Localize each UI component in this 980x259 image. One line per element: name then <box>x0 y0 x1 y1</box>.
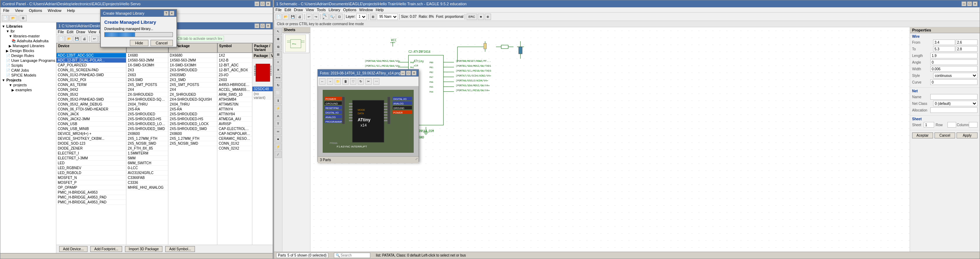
list-item[interactable]: MHRE_HH2_ANALOG <box>126 185 168 190</box>
list-item[interactable]: 2X5-RA <box>169 107 217 112</box>
wire-style-dropdown[interactable]: continuous <box>933 73 978 78</box>
list-item[interactable]: 2X5-SHROUDED_LOCK <box>169 122 217 126</box>
maximize-button[interactable]: □ <box>260 2 265 6</box>
list-item[interactable]: ACCEL_MMA8551962 <box>217 87 252 92</box>
list-item[interactable]: ELECTRET_I-3MM <box>56 156 126 161</box>
apply-button[interactable]: Apply <box>956 133 978 138</box>
tool-group[interactable]: ⬜ <box>275 90 282 96</box>
list-item[interactable]: A4953-HBRIDGE-MOTOR-D... <box>217 82 252 87</box>
lib-menu-view[interactable]: View <box>88 30 96 34</box>
list-item[interactable]: CONN_06_FTDI-SMD-HEADER <box>56 107 126 112</box>
list-item[interactable]: 2X4 <box>169 87 217 92</box>
list-item[interactable]: 2X5-RA <box>126 107 168 112</box>
photo-more-btn[interactable]: ⋯ <box>373 78 379 85</box>
photo-forward-btn[interactable]: → <box>327 78 333 85</box>
list-item[interactable]: 2X4-SHROUDED-SQUISH <box>126 97 168 102</box>
list-item[interactable]: CONN_02X2 <box>217 146 252 151</box>
sch-menu-window[interactable]: Window <box>359 8 373 12</box>
list-item[interactable]: 2X5-SHROUDED-HS <box>126 117 168 122</box>
sch-search-input[interactable] <box>340 253 369 257</box>
wire-from-x[interactable] <box>933 39 955 45</box>
photo-refresh-btn[interactable]: ↻ <box>358 78 364 85</box>
import-3d-package-button[interactable]: Import 3D Package <box>125 246 163 252</box>
list-item[interactable]: 2X63SMD <box>169 73 217 77</box>
list-item[interactable]: LED <box>56 161 126 166</box>
list-item[interactable]: PMIC_H-BRIDGE_A4953_PAD <box>56 200 126 205</box>
list-item[interactable]: LED_RGBNEV <box>56 166 126 171</box>
sch-redo-btn[interactable]: ↪ <box>313 14 319 20</box>
tool-rotate[interactable]: ↻ <box>275 82 282 89</box>
sch-net-btn[interactable]: ⊕ <box>485 14 491 20</box>
list-item[interactable]: 2X_SHROUDED <box>169 92 217 97</box>
sch-new-btn[interactable]: 📄 <box>275 14 282 20</box>
list-item[interactable]: 12-BIT_ADC_BOX <box>217 68 252 73</box>
photo-back-btn[interactable]: ← <box>319 78 326 85</box>
wire-to-y[interactable] <box>956 46 978 52</box>
list-item[interactable]: 6MM_SWITCH <box>126 161 168 166</box>
tool-bus[interactable]: ═ <box>275 128 282 135</box>
list-item[interactable]: 2X4 <box>126 87 168 92</box>
tree-design-rules[interactable]: 📄Design Rules <box>0 53 56 58</box>
wire-length-input[interactable] <box>930 53 978 58</box>
sch-minimize[interactable]: ─ <box>961 2 966 6</box>
list-item[interactable]: CONN_01_SCREEN-PAD <box>56 68 126 73</box>
sch-zoom-fit-btn[interactable]: ⊡ <box>336 14 343 20</box>
list-item[interactable]: CAP_POLARIZED <box>56 63 126 68</box>
tool-power[interactable]: ⚡ <box>275 143 282 150</box>
tool-info[interactable]: ℹ <box>275 97 282 104</box>
list-item[interactable]: 1X560-563-2MM <box>126 58 168 63</box>
list-item[interactable]: OP_OPAMP <box>56 185 126 190</box>
tool-junction[interactable]: ● <box>275 136 282 143</box>
tool-add[interactable]: + <box>275 59 282 66</box>
list-item[interactable]: 2X8600 <box>169 131 217 136</box>
list-item[interactable]: CONN_01X2_POI <box>56 77 126 82</box>
photo-folder-btn[interactable]: 📁 <box>335 78 341 85</box>
sheet-col-input[interactable] <box>969 122 978 128</box>
list-item[interactable]: ATTAM570N <box>217 102 252 107</box>
list-item[interactable]: ARM_SWD_10 <box>217 92 252 97</box>
sch-close[interactable]: × <box>973 2 978 6</box>
list-item[interactable]: 1X2 <box>217 53 252 58</box>
sch-smash-btn[interactable]: ★ <box>478 14 484 20</box>
list-item[interactable]: C3366FAB <box>126 175 168 180</box>
lib-print-btn[interactable]: 🖨 <box>81 36 88 42</box>
list-item[interactable]: 2X5-SHROUDED_SMD <box>169 126 217 131</box>
list-item[interactable]: 2X5-SHROUDED-HS <box>169 117 217 122</box>
tree-scripts[interactable]: 📄Scripts <box>0 63 56 68</box>
menu-window[interactable]: Window <box>46 8 63 13</box>
close-button[interactable]: × <box>266 2 270 6</box>
menu-view[interactable]: View <box>14 8 25 13</box>
tool-pointer[interactable]: ↖ <box>275 28 282 35</box>
tree-lbr[interactable]: ▼lbr <box>0 28 56 33</box>
list-item[interactable]: 2X04_THRU <box>126 102 168 107</box>
tree-projects-sub[interactable]: ▼projects <box>0 82 56 87</box>
list-item[interactable]: 2X03 <box>217 77 252 82</box>
tool-wire[interactable]: ∕ <box>275 151 282 158</box>
tool-move[interactable]: ✥ <box>275 36 282 43</box>
wire-to-x[interactable] <box>933 46 955 52</box>
tool-text[interactable]: T <box>275 120 282 127</box>
list-item[interactable]: 2X3-SMD <box>126 77 168 82</box>
list-item[interactable]: 2X04_THRU <box>169 102 217 107</box>
tool-smash[interactable]: ⚡ <box>275 105 282 112</box>
lib-maximize[interactable]: □ <box>260 24 265 28</box>
sch-menu-view[interactable]: View <box>305 8 314 12</box>
list-item[interactable]: DEVICE_MR24(4+) + <box>56 131 126 136</box>
menu-file[interactable]: File <box>2 8 11 13</box>
list-item[interactable]: 2X4-SHROUDED-SQUISH <box>169 97 217 102</box>
list-item[interactable]: 1X560-563-2MM <box>169 58 217 63</box>
dialog-help-btn[interactable]: ? <box>164 11 169 16</box>
lib-open-btn[interactable]: 📂 <box>65 36 72 42</box>
lib-new-btn[interactable]: 📄 <box>58 36 65 42</box>
props-cancel-button[interactable]: Cancel <box>934 133 956 138</box>
list-item[interactable]: PMIC_H-BRIDGE_A4953 <box>56 190 126 195</box>
list-item[interactable]: 1X680 <box>126 53 168 58</box>
list-item[interactable]: 2X5_NOS8I_SMD <box>169 141 217 146</box>
sheet-item-1[interactable]: ATtiny <box>283 33 309 53</box>
wire-width-input[interactable] <box>930 66 978 72</box>
list-item[interactable]: 2X3-SHROUDED <box>169 68 217 73</box>
tool-label[interactable]: A <box>275 112 282 120</box>
lib-undo-btn[interactable]: ↩ <box>91 36 98 42</box>
list-item[interactable]: CONN_AS_TERM <box>56 82 126 87</box>
sch-erc-btn[interactable]: ERC <box>466 14 477 20</box>
